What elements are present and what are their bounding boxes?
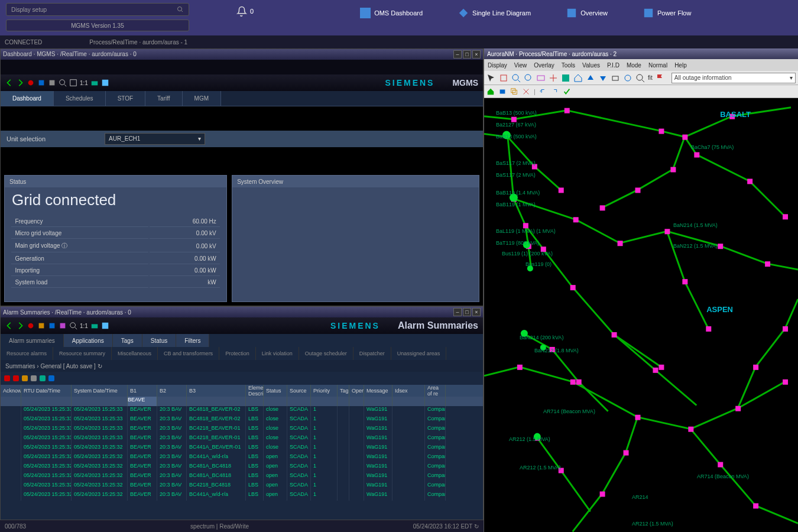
- table-row[interactable]: 05/24/2023 15:25:3305/24/2023 15:25:33BE…: [1, 416, 483, 425]
- down-icon[interactable]: [598, 73, 608, 83]
- filter-miscellaneous[interactable]: Miscellaneous: [112, 347, 158, 360]
- table-row[interactable]: 05/24/2023 15:25:3305/24/2023 15:25:33BE…: [1, 406, 483, 416]
- tool-icon[interactable]: [48, 79, 56, 87]
- zoom-in-icon[interactable]: [511, 73, 521, 83]
- menu-display[interactable]: Display: [488, 62, 507, 69]
- stop-icon[interactable]: [37, 79, 46, 87]
- column-header[interactable]: B1: [128, 385, 157, 397]
- column-filter[interactable]: [1, 397, 21, 406]
- close-button[interactable]: ×: [472, 50, 481, 59]
- menu-tools[interactable]: Tools: [562, 62, 575, 69]
- filter-unassigned-areas[interactable]: Unassigned areas: [391, 347, 447, 360]
- zoom-out-icon[interactable]: [524, 73, 533, 83]
- nav-oms-dashboard[interactable]: OMS Dashboard: [360, 8, 423, 18]
- network-canvas[interactable]: BASALT ASPEN BaB13 (500 kVA)Ba2127 (67 k…: [484, 98, 798, 532]
- column-filter[interactable]: [187, 397, 246, 406]
- table-row[interactable]: 05/24/2023 15:25:3305/24/2023 15:25:33BE…: [1, 425, 483, 434]
- version-button[interactable]: MGMS Version 1.35: [6, 20, 189, 31]
- column-filter[interactable]: [72, 397, 128, 406]
- close-button[interactable]: ×: [472, 308, 481, 316]
- menu-normal[interactable]: Normal: [648, 62, 667, 69]
- menu-values[interactable]: Values: [582, 62, 600, 69]
- menu-pid[interactable]: P.I.D: [607, 62, 619, 69]
- column-header[interactable]: Tag: [338, 385, 349, 397]
- loop-icon[interactable]: [623, 73, 632, 83]
- filter-cb-and-transformers[interactable]: CB and transformers: [158, 347, 219, 360]
- column-header[interactable]: Area of re: [425, 385, 446, 397]
- status-dot-blue[interactable]: [48, 375, 54, 381]
- search-icon[interactable]: [635, 73, 645, 83]
- layers-icon[interactable]: [90, 322, 99, 330]
- column-filter[interactable]: [425, 397, 446, 406]
- status-dot-orange[interactable]: [22, 375, 28, 381]
- column-filter[interactable]: [157, 397, 187, 406]
- back-icon[interactable]: [5, 79, 14, 87]
- filter-resource-alarms[interactable]: Resource alarms: [1, 347, 53, 360]
- column-header[interactable]: Status: [264, 385, 287, 397]
- table-row[interactable]: 05/24/2023 15:25:3205/24/2023 15:25:32BE…: [1, 472, 483, 482]
- filter-dispatcher[interactable]: Dispatcher: [353, 347, 391, 360]
- undo-icon[interactable]: [539, 87, 547, 96]
- maximize-button[interactable]: □: [463, 308, 471, 316]
- fit-icon[interactable]: [536, 73, 546, 83]
- zoom-icon[interactable]: [59, 79, 67, 87]
- tab-alarm-summaries[interactable]: Alarm summaries: [1, 334, 64, 347]
- column-filter[interactable]: [264, 397, 287, 406]
- status-dot-green[interactable]: [40, 375, 46, 381]
- nav-power-flow[interactable]: Power Flow: [643, 8, 691, 18]
- copy-icon[interactable]: [510, 87, 518, 96]
- column-header[interactable]: Element Description: [246, 385, 264, 397]
- column-filter[interactable]: [21, 397, 72, 406]
- forward-icon[interactable]: [16, 322, 24, 330]
- table-row[interactable]: 05/24/2023 15:25:3305/24/2023 15:25:33BE…: [1, 434, 483, 444]
- fit-icon[interactable]: [69, 79, 77, 87]
- column-header[interactable]: Priority: [311, 385, 338, 397]
- table-row[interactable]: 05/24/2023 15:25:3205/24/2023 15:25:32BE…: [1, 444, 483, 453]
- column-header[interactable]: RTU Date/Time: [21, 385, 72, 397]
- column-filter[interactable]: [364, 397, 392, 406]
- table-row[interactable]: 05/24/2023 15:25:3205/24/2023 15:25:32BE…: [1, 453, 483, 463]
- outage-info-dropdown[interactable]: All outage information▾: [672, 73, 796, 83]
- stop-icon[interactable]: [48, 322, 56, 330]
- check-icon[interactable]: [563, 87, 571, 96]
- minimize-button[interactable]: –: [453, 308, 462, 316]
- cut-icon[interactable]: [522, 87, 530, 96]
- tab-tags[interactable]: Tags: [113, 334, 142, 347]
- tab-status[interactable]: Status: [142, 334, 176, 347]
- status-dot-red[interactable]: [4, 375, 10, 381]
- flag-icon[interactable]: [656, 73, 665, 83]
- maximize-button[interactable]: □: [463, 50, 471, 59]
- nav-overview[interactable]: Overview: [566, 8, 608, 18]
- status-dot-red[interactable]: [13, 375, 19, 381]
- redo-icon[interactable]: [551, 87, 559, 96]
- back-icon[interactable]: [5, 322, 14, 330]
- refresh-icon[interactable]: [101, 322, 109, 330]
- column-filter[interactable]: [287, 397, 311, 406]
- column-header[interactable]: Idsex: [392, 385, 425, 397]
- tab-dashboard[interactable]: Dashboard: [1, 91, 54, 106]
- tab-stof[interactable]: STOF: [106, 91, 145, 106]
- table-row[interactable]: 05/24/2023 15:25:3205/24/2023 15:25:32BE…: [1, 491, 483, 501]
- column-header[interactable]: B2: [157, 385, 187, 397]
- menu-view[interactable]: View: [514, 62, 527, 69]
- layers-icon[interactable]: [90, 79, 99, 87]
- grid-icon[interactable]: [549, 73, 558, 83]
- column-header[interactable]: B3: [187, 385, 246, 397]
- nav-single-line-diagram[interactable]: Single Line Diagram: [458, 8, 531, 18]
- flag-icon[interactable]: [37, 322, 46, 330]
- tab-schedules[interactable]: Schedules: [54, 91, 106, 106]
- record-icon[interactable]: [27, 79, 35, 87]
- tab-mgm[interactable]: MGM: [183, 91, 221, 106]
- column-header[interactable]: Message: [364, 385, 392, 397]
- tab-filters[interactable]: Filters: [176, 334, 209, 347]
- forward-icon[interactable]: [16, 79, 24, 87]
- record-icon[interactable]: [27, 322, 35, 330]
- column-filter[interactable]: [311, 397, 338, 406]
- hand-icon[interactable]: [499, 73, 508, 83]
- unit-selection-dropdown[interactable]: AUR_ECH1▾: [105, 133, 205, 145]
- home-icon[interactable]: [573, 73, 583, 83]
- pointer-icon[interactable]: [486, 73, 496, 83]
- column-filter[interactable]: BEAVE: [128, 397, 157, 406]
- menu-mode[interactable]: Mode: [627, 62, 641, 69]
- column-filter[interactable]: [246, 397, 264, 406]
